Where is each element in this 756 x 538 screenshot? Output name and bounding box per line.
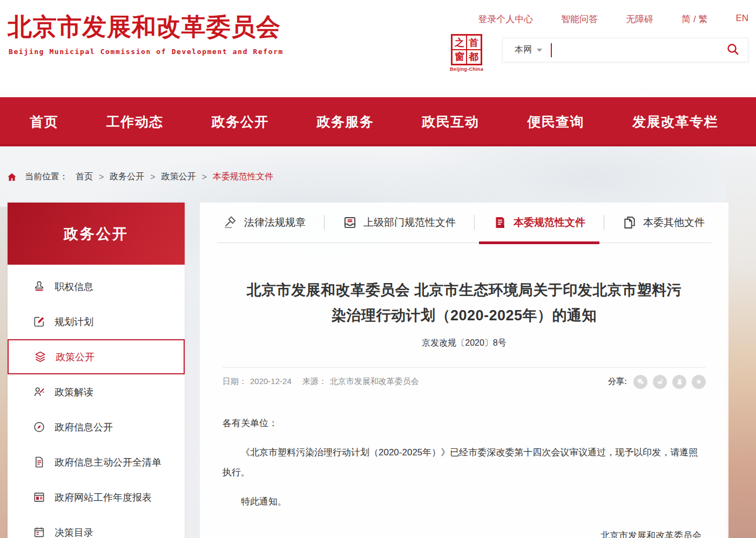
stamp-icon [32, 280, 45, 293]
calendar-icon [32, 526, 45, 538]
tab-divider [604, 215, 604, 230]
seal-char: 窗 [453, 50, 467, 64]
compass-icon [32, 421, 45, 434]
site-logo-title: 北京市发展和改革委员会 [8, 11, 281, 43]
nav-item-work-dynamics[interactable]: 工作动态 [106, 113, 164, 131]
nav-item-home[interactable]: 首页 [30, 113, 58, 131]
sidebar: 政务公开 职权信息 规划计划 政策公开 [8, 203, 185, 538]
sidebar-item-label: 决策目录 [55, 526, 93, 538]
sidebar-item-label: 职权信息 [55, 280, 93, 293]
document-category-tabs: 法律法规规章 上级部门规范性文件 本委规范性文件 本 [217, 203, 711, 243]
nav-item-convenience-query[interactable]: 便民查询 [527, 113, 584, 131]
seal-char: 首 [467, 36, 481, 50]
document-red-icon [493, 216, 507, 230]
site-logo-subtitle: Beijing Municipal Commission of Developm… [9, 48, 284, 56]
sidebar-item-label: 政策解读 [55, 386, 93, 399]
breadcrumb-separator: > [99, 172, 104, 182]
body-paragraph: 《北京市塑料污染治理行动计划（2020-2025年）》已经市委深改委第十四次会议… [222, 443, 706, 482]
copy-doc-icon [623, 216, 637, 230]
seal-char: 之 [453, 36, 467, 50]
gavel-icon [224, 216, 238, 230]
search-scope-select[interactable]: 本网 [515, 44, 532, 56]
site-header: 北京市发展和改革委员会 Beijing Municipal Commission… [0, 0, 756, 81]
search-button[interactable] [726, 43, 739, 58]
signature: 北京市发展和改革委员会 [222, 526, 706, 538]
sidebar-item-decision-directory[interactable]: 决策目录 [8, 515, 185, 538]
sidebar-item-authority-info[interactable]: 职权信息 [8, 269, 185, 304]
search-input[interactable] [552, 39, 726, 61]
weibo-share-icon[interactable] [653, 375, 667, 389]
tab-divider [474, 215, 475, 230]
share-label: 分享: [608, 376, 627, 387]
simplified-traditional-toggle[interactable]: 简 / 繁 [681, 13, 707, 25]
sidebar-menu: 职权信息 规划计划 政策公开 政策解读 [8, 265, 185, 538]
nav-item-gov-services[interactable]: 政务服务 [316, 113, 374, 131]
breadcrumb-item-home[interactable]: 首页 [76, 171, 93, 183]
tab-commission-normative-docs[interactable]: 本委规范性文件 [487, 203, 592, 243]
breadcrumb-separator: > [202, 172, 207, 182]
sidebar-item-label: 政府信息主动公开全清单 [55, 456, 161, 469]
share-bar: 分享: ★ [608, 375, 706, 389]
source-label: 来源： [302, 376, 327, 387]
search-icon [726, 43, 739, 58]
beijing-china-seal[interactable]: 之 首 窗 都 Beijing-China [449, 34, 484, 72]
sidebar-item-gov-info-open[interactable]: 政府信息公开 [8, 409, 185, 445]
login-link[interactable]: 登录个人中心 [478, 13, 533, 25]
article-meta: 日期：2020-12-24 来源：北京市发展和改革委员会 分享: ★ [222, 375, 706, 389]
article-body: 各有关单位： 《北京市塑料污染治理行动计划（2020-2025年）》已经市委深改… [222, 414, 706, 538]
tab-label: 本委其他文件 [643, 216, 705, 230]
date-source: 日期：2020-12-24 来源：北京市发展和改革委员会 [222, 376, 419, 387]
tab-laws-regulations[interactable]: 法律法规规章 [217, 203, 312, 243]
sidebar-item-policy-open[interactable]: 政策公开 [8, 339, 185, 374]
date-label: 日期： [222, 376, 247, 387]
tab-label: 上级部门规范性文件 [363, 216, 456, 230]
sidebar-item-label: 政策公开 [56, 351, 94, 364]
report-icon [32, 491, 45, 504]
wechat-share-icon[interactable] [633, 375, 647, 389]
tab-label: 法律法规规章 [244, 216, 306, 230]
seal-icon: 之 首 窗 都 [451, 34, 482, 65]
main-panel: 法律法规规章 上级部门规范性文件 本委规范性文件 本 [200, 203, 728, 538]
breadcrumb-item-policy-open[interactable]: 政策公开 [161, 171, 196, 183]
smart-qa-link[interactable]: 智能问答 [561, 13, 598, 25]
sidebar-title: 政务公开 [8, 203, 185, 265]
accessibility-link[interactable]: 无障碍 [626, 13, 653, 25]
chevron-down-icon[interactable] [537, 49, 542, 52]
article-title: 北京市发展和改革委员会 北京市生态环境局关于印发北京市塑料污染治理行动计划（20… [240, 278, 688, 329]
home-icon[interactable] [6, 172, 17, 183]
seal-caption: Beijing-China [449, 66, 484, 72]
sidebar-item-label: 政府信息公开 [55, 421, 113, 434]
english-link[interactable]: EN [735, 13, 748, 25]
tab-superior-normative-docs[interactable]: 上级部门规范性文件 [336, 203, 462, 243]
inbox-doc-icon [343, 216, 357, 230]
sidebar-item-planning[interactable]: 规划计划 [8, 304, 185, 339]
breadcrumb-item-current: 本委规范性文件 [213, 171, 273, 183]
edit-icon [32, 315, 45, 328]
qq-share-icon[interactable] [672, 375, 686, 389]
sidebar-item-label: 政府网站工作年度报表 [55, 491, 152, 504]
breadcrumb-separator: > [150, 172, 155, 182]
document-number: 京发改规〔2020〕8号 [222, 338, 706, 349]
article-source: 北京市发展和改革委员会 [330, 376, 419, 387]
sidebar-item-proactive-disclosure-list[interactable]: 政府信息主动公开全清单 [8, 445, 185, 480]
document-icon [32, 456, 45, 469]
sidebar-item-policy-interpretation[interactable]: 政策解读 [8, 374, 185, 409]
nav-item-gov-affairs-open[interactable]: 政务公开 [212, 113, 269, 131]
tab-commission-other-docs[interactable]: 本委其他文件 [616, 203, 711, 243]
nav-item-reform-column[interactable]: 发展改革专栏 [632, 113, 718, 131]
search-bar: 本网 [502, 38, 748, 62]
breadcrumb: 当前位置： 首页 > 政务公开 > 政策公开 > 本委规范性文件 [6, 171, 756, 183]
nav-item-public-interaction[interactable]: 政民互动 [422, 113, 479, 131]
body-paragraph: 特此通知。 [222, 492, 706, 512]
content-area: 政务公开 职权信息 规划计划 政策公开 [0, 203, 756, 538]
sidebar-item-annual-website-report[interactable]: 政府网站工作年度报表 [8, 480, 185, 515]
main-navigation: 首页 工作动态 政务公开 政务服务 政民互动 便民查询 发展改革专栏 [0, 97, 756, 146]
tab-divider [324, 215, 325, 230]
layers-icon [33, 351, 46, 364]
salutation: 各有关单位： [222, 414, 706, 434]
seal-char: 都 [467, 50, 481, 64]
divider [222, 367, 706, 368]
breadcrumb-item-gov-open[interactable]: 政务公开 [110, 171, 144, 183]
utility-links: 登录个人中心 智能问答 无障碍 简 / 繁 EN [478, 13, 748, 25]
favorite-star-icon[interactable]: ★ [692, 375, 706, 389]
